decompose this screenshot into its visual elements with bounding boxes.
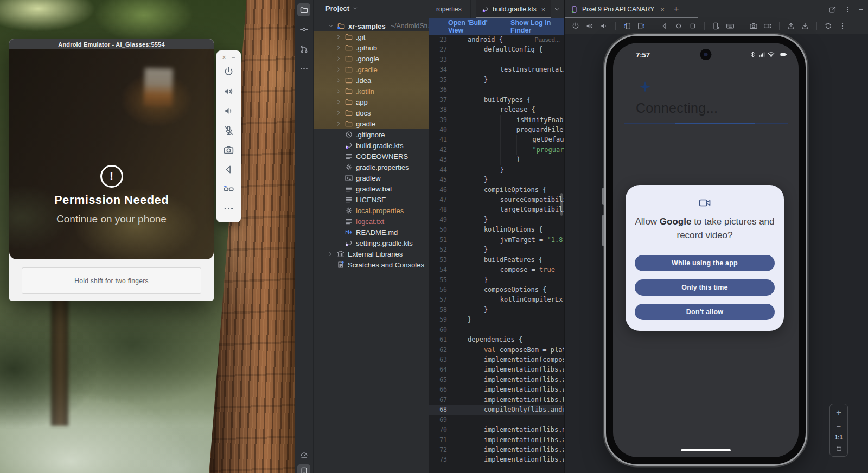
download-icon[interactable]	[801, 22, 809, 30]
close-device-tab-icon[interactable]: ×	[660, 5, 665, 14]
close-tab-icon[interactable]: ×	[541, 5, 546, 14]
tree-item-app[interactable]: app	[314, 97, 429, 107]
tree-item-docs[interactable]: docs	[314, 107, 429, 118]
zoom-in-button[interactable]: +	[836, 408, 841, 417]
running-devices-icon[interactable]	[297, 464, 310, 473]
more-h-icon[interactable]	[297, 62, 310, 75]
upload-icon[interactable]	[787, 22, 795, 30]
tree-item-.gitignore[interactable]: .gitignore	[314, 129, 429, 140]
show-log-link[interactable]: Show Log in Finder	[510, 19, 564, 34]
volume-down-icon[interactable]	[223, 105, 234, 117]
restart-icon[interactable]	[824, 22, 833, 30]
editor[interactable]: roperties build.gradle.kts × Open 'Build…	[429, 0, 564, 473]
more-v-icon[interactable]	[838, 22, 847, 30]
screenshot-icon[interactable]	[749, 22, 758, 30]
emulator-screen[interactable]: ! Permission Needed Continue on your pho…	[9, 49, 214, 259]
tree-item-gradlew[interactable]: gradlew	[314, 172, 429, 183]
add-device-icon[interactable]: +	[674, 4, 679, 15]
tree-item-.git[interactable]: .git	[314, 31, 429, 42]
build-notification-banner: Open 'Build' View Show Log in Finder	[429, 18, 564, 35]
tree-item-gradle[interactable]: gradle	[314, 118, 429, 129]
chevron-right-icon	[335, 34, 342, 40]
tree-item-codeowners[interactable]: CODEOWNERS	[314, 151, 429, 162]
tree-item-.google[interactable]: .google	[314, 53, 429, 64]
volume-down-icon[interactable]	[599, 22, 608, 30]
permission-button-while-using-the-app[interactable]: While using the app	[635, 255, 775, 271]
tree-item-logcat.txt[interactable]: logcat.txt	[314, 216, 429, 227]
zoom-reset-button[interactable]: 1:1	[835, 434, 843, 440]
glasses-icon[interactable]	[223, 183, 234, 195]
line-number: 72	[429, 445, 447, 455]
code-line-55: 55}	[429, 275, 564, 285]
project-panel-header[interactable]: Project	[326, 4, 358, 12]
power-icon[interactable]	[223, 66, 234, 78]
open-in-window-icon[interactable]	[828, 5, 837, 14]
close-icon[interactable]: ×	[222, 54, 226, 61]
permission-button-don-t-allow[interactable]: Don't allow	[635, 304, 775, 320]
folder-icon[interactable]	[297, 3, 310, 16]
rotate-left-icon[interactable]	[623, 22, 631, 30]
status-time: 7:57	[636, 51, 650, 59]
device-phone-icon	[570, 5, 578, 14]
tree-item-license[interactable]: LICENSE	[314, 194, 429, 205]
editor-scrollbar[interactable]	[560, 193, 563, 216]
power-icon[interactable]	[571, 22, 580, 30]
gear-icon	[344, 206, 353, 215]
open-build-view-link[interactable]: Open 'Build' View	[448, 19, 496, 34]
tab-properties[interactable]: roperties	[429, 0, 471, 18]
text-icon	[344, 152, 353, 161]
line-number: 34	[429, 65, 447, 74]
phone-screen[interactable]: 7:57 Connecting... Allow Google to take …	[613, 43, 799, 457]
code-line-39: 39isMinifyEnabled	[429, 115, 564, 125]
chevron-down-icon[interactable]	[553, 5, 561, 13]
volume-up-icon[interactable]	[585, 22, 594, 30]
tree-item-root[interactable]: xr-samples ~/AndroidStudioProj	[314, 21, 429, 31]
chevron-right-icon	[335, 110, 342, 116]
back-nav-icon[interactable]	[660, 22, 669, 30]
camera-icon[interactable]	[223, 144, 234, 156]
tree-item-gradle.properties[interactable]: gradle.properties	[314, 162, 429, 172]
device-settings-icon[interactable]	[712, 22, 720, 30]
recents-icon[interactable]	[688, 22, 697, 30]
tree-item-settings.gradle.kts[interactable]: settings.gradle.kts	[314, 238, 429, 248]
home-indicator[interactable]	[681, 449, 731, 452]
tree-item-gradlew.bat[interactable]: gradlew.bat	[314, 183, 429, 194]
more-options-icon[interactable]	[844, 5, 852, 14]
keyboard-icon[interactable]	[726, 22, 735, 30]
profiler-icon[interactable]	[297, 448, 310, 461]
tree-item-label: CODEOWNERS	[356, 152, 408, 161]
home-icon[interactable]	[674, 22, 683, 30]
volume-up-icon[interactable]	[223, 86, 234, 97]
tree-item-local.properties[interactable]: local.properties	[314, 205, 429, 216]
tree-item-scratches-and-consoles[interactable]: Scratches and Consoles	[314, 259, 429, 270]
zoom-fit-icon[interactable]	[835, 445, 843, 452]
mic-off-icon[interactable]	[223, 125, 234, 136]
line-number: 68	[429, 405, 447, 414]
code-area[interactable]: 23android {Paused...27defaultConfig {333…	[429, 35, 564, 473]
line-number: 54	[429, 265, 447, 274]
tab-build-gradle-kts[interactable]: build.gradle.kts ×	[476, 0, 551, 18]
hide-panel-icon[interactable]: −	[859, 5, 863, 13]
tree-item-.github[interactable]: .github	[314, 42, 429, 53]
tree-item-.gradle[interactable]: .gradle	[314, 64, 429, 75]
text-icon	[344, 217, 353, 226]
folder-icon	[344, 108, 353, 117]
rotate-right-icon[interactable]	[637, 22, 646, 30]
tree-item-.kotlin[interactable]: .kotlin	[314, 86, 429, 97]
zoom-out-button[interactable]: −	[837, 422, 841, 430]
tree-item-readme.md[interactable]: README.md	[314, 227, 429, 238]
pull-request-icon[interactable]	[297, 42, 310, 55]
folder-icon	[344, 54, 353, 63]
device-tab-label[interactable]: Pixel 9 Pro API CANARY	[582, 5, 654, 13]
back-icon[interactable]	[223, 164, 234, 175]
record-icon[interactable]	[763, 22, 772, 30]
tree-item-external-libraries[interactable]: External Libraries	[314, 248, 429, 259]
more-h-icon[interactable]	[223, 203, 234, 214]
line-number: 39	[429, 115, 447, 125]
emulator-toolbar: × −	[216, 50, 241, 222]
minimize-icon[interactable]: −	[232, 54, 235, 61]
permission-button-only-this-time[interactable]: Only this time	[635, 279, 775, 296]
tree-item-.idea[interactable]: .idea	[314, 75, 429, 86]
commit-icon[interactable]	[297, 23, 310, 36]
tree-item-build.gradle.kts[interactable]: build.gradle.kts	[314, 140, 429, 151]
